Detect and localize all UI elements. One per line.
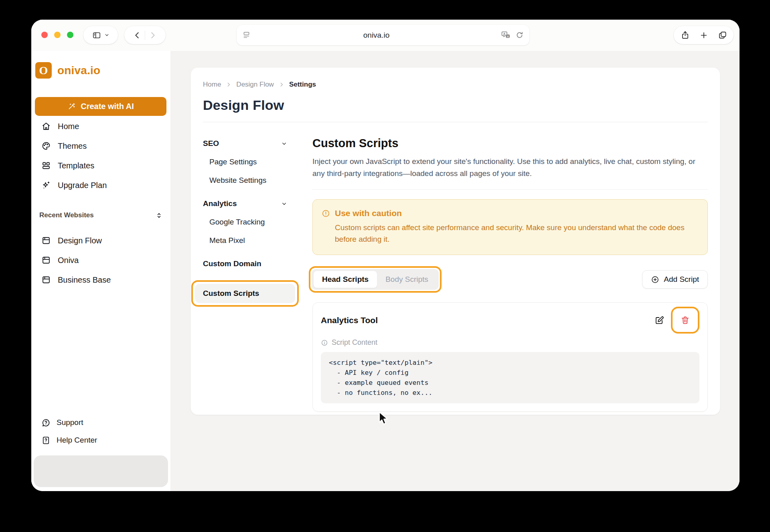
- annotation-ring-delete: [671, 307, 699, 334]
- breadcrumb-settings: Settings: [289, 81, 316, 89]
- home-icon: [41, 121, 51, 131]
- trash-icon: [680, 315, 690, 325]
- brand[interactable]: O oniva.io: [35, 62, 100, 79]
- settings-nav-label: SEO: [203, 139, 219, 148]
- settings-nav-analytics[interactable]: Analytics: [203, 199, 287, 208]
- back-button[interactable]: [133, 31, 142, 40]
- help-center-label: Help Center: [57, 436, 97, 445]
- annotation-ring-custom-scripts: Custom Scripts: [191, 280, 299, 307]
- main-area: Home Design Flow Settings Design Flow SE…: [170, 51, 740, 491]
- browser-window: oniva.io A x: [31, 20, 740, 491]
- recent-site-design-flow[interactable]: Design Flow: [31, 233, 170, 249]
- add-script-button[interactable]: Add Script: [642, 270, 708, 289]
- recent-site-oniva[interactable]: Oniva: [31, 252, 170, 268]
- sidebar-item-label: Templates: [58, 161, 94, 170]
- chat-question-icon: [41, 418, 51, 427]
- script-content-label: Script Content: [332, 338, 377, 347]
- tab-body-scripts[interactable]: Body Scripts: [377, 271, 437, 288]
- doc-question-icon: [41, 436, 51, 445]
- toolbar-right-group: [674, 26, 734, 44]
- page-title: Design Flow: [203, 97, 708, 113]
- edit-script-button[interactable]: [654, 315, 665, 326]
- magic-wand-icon: [67, 102, 76, 111]
- annotation-ring-script-tabs: Head Scripts Body Scripts: [309, 266, 442, 293]
- settings-nav-website-settings[interactable]: Website Settings: [209, 176, 312, 185]
- divider: [312, 189, 708, 190]
- delete-script-button[interactable]: [680, 315, 690, 325]
- sort-updown-icon[interactable]: [156, 212, 162, 219]
- settings-nav-custom-domain[interactable]: Custom Domain: [203, 259, 287, 268]
- browser-window-icon: [41, 255, 51, 265]
- panel-left-icon: [92, 31, 101, 40]
- sidebar-item-themes[interactable]: Themes: [31, 138, 170, 154]
- sidebar-toggle-group[interactable]: [83, 26, 118, 44]
- templates-grid-icon: [41, 161, 51, 170]
- code-line: - no functions, no ex...: [329, 388, 691, 398]
- forward-button[interactable]: [148, 31, 157, 40]
- settings-nav-meta-pixel[interactable]: Meta Pixel: [209, 236, 312, 245]
- tab-overview-icon[interactable]: [718, 30, 727, 40]
- add-script-label: Add Script: [664, 275, 699, 284]
- breadcrumb-design-flow[interactable]: Design Flow: [236, 81, 274, 89]
- recent-site-business-base[interactable]: Business Base: [31, 272, 170, 288]
- sidebar-item-label: Themes: [58, 142, 87, 151]
- minimize-window-button[interactable]: [54, 32, 61, 38]
- translate-icon[interactable]: A x: [501, 30, 511, 40]
- svg-text:x: x: [507, 34, 509, 37]
- svg-text:A: A: [503, 32, 506, 35]
- divider: [145, 30, 145, 40]
- brand-logo-icon: O: [35, 62, 52, 79]
- recent-site-label: Oniva: [58, 256, 79, 265]
- chevron-right-icon: [279, 82, 284, 87]
- reader-view-icon[interactable]: [242, 31, 252, 39]
- close-window-button[interactable]: [41, 32, 48, 38]
- tab-head-scripts[interactable]: Head Scripts: [314, 271, 377, 288]
- help-center-link[interactable]: Help Center: [31, 432, 170, 448]
- script-tabs: Head Scripts Body Scripts: [312, 269, 439, 290]
- browser-window-icon: [41, 236, 51, 245]
- reload-icon[interactable]: [515, 31, 524, 39]
- browser-toolbar: oniva.io A x: [31, 20, 740, 51]
- caution-body: Custom scripts can affect site performan…: [335, 222, 688, 245]
- sidebar-item-label: Home: [58, 122, 79, 131]
- section-description: Inject your own JavaScript to extend you…: [312, 156, 708, 180]
- sparkles-icon: [41, 180, 51, 190]
- sidebar-item-templates[interactable]: Templates: [31, 158, 170, 174]
- settings-nav-page-settings[interactable]: Page Settings: [209, 158, 312, 166]
- palette-icon: [41, 141, 51, 151]
- settings-panel: Home Design Flow Settings Design Flow SE…: [190, 67, 720, 415]
- plus-circle-icon: [651, 275, 659, 284]
- create-with-ai-button[interactable]: Create with AI: [35, 97, 166, 116]
- settings-nav-label: Analytics: [203, 199, 237, 208]
- code-line: - API key / config: [329, 368, 691, 378]
- settings-nav-custom-scripts[interactable]: Custom Scripts: [195, 284, 295, 303]
- recent-site-label: Business Base: [58, 275, 111, 285]
- settings-nav: SEO Page Settings Website Settings Analy…: [203, 122, 312, 412]
- sidebar-item-upgrade-plan[interactable]: Upgrade Plan: [31, 177, 170, 193]
- info-circle-icon: [321, 339, 328, 346]
- recent-site-label: Design Flow: [58, 236, 102, 245]
- share-icon[interactable]: [681, 30, 690, 40]
- chevron-down-icon: [281, 201, 287, 207]
- support-label: Support: [57, 418, 83, 427]
- chevron-right-icon: [226, 82, 231, 87]
- settings-nav-label: Custom Domain: [203, 259, 261, 268]
- chevron-down-icon: [104, 32, 109, 38]
- breadcrumb-home[interactable]: Home: [203, 81, 221, 89]
- settings-nav-google-tracking[interactable]: Google Tracking: [209, 218, 312, 227]
- traffic-lights: [41, 32, 73, 38]
- sidebar-item-home[interactable]: Home: [31, 118, 170, 134]
- sidebar-item-label: Upgrade Plan: [58, 181, 107, 190]
- code-line: - example queued events: [329, 378, 691, 388]
- script-card: Analytics Tool: [312, 302, 708, 412]
- support-link[interactable]: Support: [31, 415, 170, 431]
- url-text[interactable]: oniva.io: [252, 31, 501, 40]
- recent-websites-label: Recent Websites: [39, 211, 94, 219]
- zoom-window-button[interactable]: [67, 32, 73, 38]
- history-nav-group: [124, 26, 166, 44]
- script-code-block: <script type="text/plain"> - API key / c…: [321, 352, 699, 403]
- new-tab-icon[interactable]: [699, 31, 708, 40]
- code-line: <script type="text/plain">: [329, 358, 691, 368]
- settings-nav-seo[interactable]: SEO: [203, 139, 287, 148]
- address-bar[interactable]: oniva.io A x: [237, 25, 529, 45]
